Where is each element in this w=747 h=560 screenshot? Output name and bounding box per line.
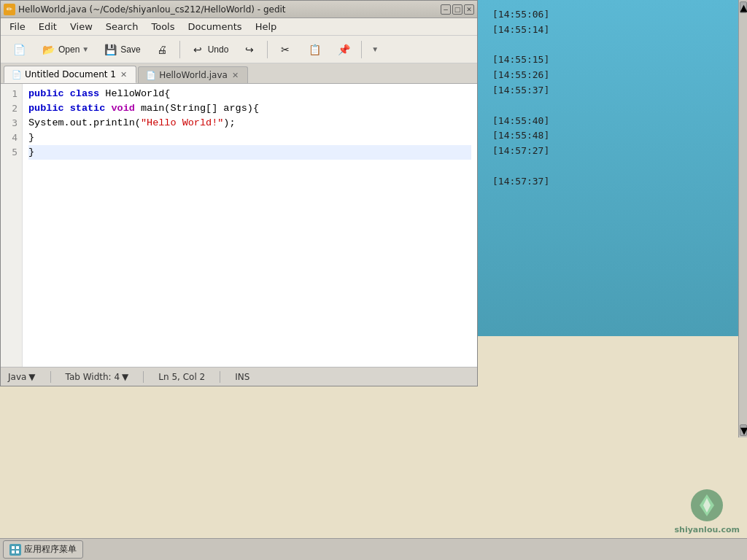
title-bar-left: ✏ HelloWorld.java (~/Code/shiyanlou_cs21… — [4, 4, 286, 15]
line-num-1: 1 — [1, 87, 22, 101]
language-arrow: ▼ — [28, 372, 35, 382]
line-num-3: 3 — [1, 116, 22, 131]
timestamp-5: [14:55:37] — [492, 83, 638, 98]
tab-helloworld-close[interactable]: ✕ — [231, 71, 240, 80]
paste-button[interactable]: 📌 — [330, 39, 357, 61]
print-icon: 🖨 — [154, 42, 170, 58]
code-line-2: public static void main(String[] args){ — [28, 101, 471, 116]
editor-area[interactable]: 1 2 3 4 5 public class HelloWorld{ publi… — [1, 84, 477, 367]
code-line-3: System.out.println("Hello World!"); — [28, 116, 471, 131]
minimize-button[interactable]: − — [441, 4, 451, 15]
code-line-5: } — [28, 145, 471, 160]
open-icon: 📂 — [40, 42, 56, 58]
new-button[interactable]: 📄 — [5, 39, 33, 61]
svg-rect-3 — [16, 551, 19, 553]
watermark: shiyanlou.com — [675, 487, 740, 534]
position-label: Ln 5, Col 2 — [158, 372, 205, 382]
status-position: Ln 5, Col 2 — [158, 372, 205, 382]
code-editor[interactable]: public class HelloWorld{ public static v… — [23, 84, 477, 367]
undo-button[interactable]: ↩ Undo — [184, 39, 235, 61]
copy-button[interactable]: 📋 — [301, 39, 328, 61]
taskbar-menu-button[interactable]: 应用程序菜单 — [3, 540, 83, 559]
timestamp-4: [14:55:26] — [492, 68, 638, 83]
status-language[interactable]: Java ▼ — [8, 372, 36, 382]
taskbar: 应用程序菜单 — [0, 538, 747, 560]
desktop-icon-svg — [11, 545, 20, 554]
string-literal: "Hello World!" — [141, 116, 223, 131]
timestamp-6: [14:55:40] — [492, 114, 638, 129]
tab-untitled[interactable]: 📄 Untitled Document 1 ✕ — [4, 66, 136, 83]
menu-search[interactable]: Search — [100, 20, 144, 34]
timestamp-3: [14:55:15] — [492, 52, 638, 68]
tab-helloworld[interactable]: 📄 HelloWorld.java ✕ — [138, 66, 248, 83]
tab-untitled-close[interactable]: ✕ — [119, 70, 128, 79]
taskbar-icon — [9, 544, 21, 556]
undo-icon: ↩ — [190, 42, 206, 58]
status-sep-2 — [143, 371, 144, 383]
app-icon: ✏ — [4, 4, 15, 15]
timestamp-spacer-3 — [492, 159, 638, 174]
svg-rect-2 — [12, 551, 15, 553]
kw-void: void — [111, 101, 141, 117]
copy-icon: 📋 — [306, 42, 322, 58]
line-num-2: 2 — [1, 101, 22, 116]
svg-rect-1 — [16, 546, 19, 549]
cut-button[interactable]: ✂ — [271, 39, 299, 61]
status-tab-width[interactable]: Tab Width: 4 ▼ — [66, 372, 129, 382]
code-line-1: public class HelloWorld{ — [28, 87, 471, 101]
maximize-button[interactable]: □ — [452, 4, 462, 15]
code-sysout: System.out.println( — [28, 116, 141, 131]
code-line-4: } — [28, 131, 471, 145]
gedit-window: ✏ HelloWorld.java (~/Code/shiyanlou_cs21… — [0, 0, 478, 386]
save-button[interactable]: 💾 Save — [96, 39, 146, 61]
kw-public-2: public — [28, 101, 70, 117]
tab-width-label: Tab Width: 4 — [66, 372, 120, 382]
status-sep-3 — [220, 371, 220, 383]
method-sig: main(String[] args){ — [141, 101, 259, 117]
line-numbers: 1 2 3 4 5 — [1, 84, 23, 367]
print-button[interactable]: 🖨 — [148, 39, 176, 61]
menu-bar: File Edit View Search Tools Documents He… — [1, 18, 477, 36]
line-num-5: 5 — [1, 145, 22, 160]
open-button[interactable]: 📂 Open ▼ — [34, 39, 95, 61]
title-bar: ✏ HelloWorld.java (~/Code/shiyanlou_cs21… — [1, 1, 477, 18]
scrollbar-up-arrow[interactable]: ▲ — [740, 1, 747, 13]
timestamp-8: [14:57:27] — [492, 144, 638, 159]
line-num-4: 4 — [1, 131, 22, 145]
timestamp-9: [14:57:37] — [492, 174, 638, 190]
mode-label: INS — [235, 372, 249, 382]
toolbar-separator-2 — [267, 41, 268, 58]
tab-untitled-icon: 📄 — [12, 70, 22, 79]
menu-help[interactable]: Help — [249, 20, 283, 34]
timestamp-spacer-2 — [492, 98, 638, 114]
vertical-scrollbar[interactable]: ▲ ▼ — [738, 0, 747, 438]
svg-rect-0 — [12, 546, 15, 549]
timestamp-1: [14:55:06] — [492, 7, 638, 23]
timestamp-7: [14:55:48] — [492, 128, 638, 144]
menu-tools[interactable]: Tools — [145, 20, 180, 34]
redo-button[interactable]: ↪ — [236, 39, 263, 61]
open-label: Open — [58, 44, 80, 55]
tab-untitled-label: Untitled Document 1 — [25, 69, 116, 79]
code-semi: ); — [223, 116, 235, 131]
scrollbar-down-arrow[interactable]: ▼ — [740, 424, 747, 436]
more-button[interactable]: ▼ — [365, 42, 384, 56]
timestamp-panel: [14:55:06] [14:55:14] [14:55:15] [14:55:… — [481, 0, 649, 438]
save-label: Save — [120, 44, 140, 55]
tab-bar: 📄 Untitled Document 1 ✕ 📄 HelloWorld.jav… — [1, 63, 477, 84]
close-brace-1: } — [28, 131, 34, 146]
timestamp-2: [14:55:14] — [492, 23, 638, 38]
close-button[interactable]: ✕ — [464, 4, 474, 15]
more-arrow: ▼ — [371, 45, 379, 53]
timestamp-spacer-1 — [492, 38, 638, 53]
undo-label: Undo — [208, 44, 229, 55]
cut-icon: ✂ — [277, 42, 293, 58]
watermark-text: shiyanlou.com — [675, 525, 740, 534]
menu-documents[interactable]: Documents — [182, 20, 248, 34]
window-title: HelloWorld.java (~/Code/shiyanlou_cs212/… — [18, 4, 286, 15]
tab-width-arrow: ▼ — [122, 372, 128, 382]
menu-file[interactable]: File — [4, 20, 31, 34]
status-sep-1 — [50, 371, 51, 383]
menu-view[interactable]: View — [64, 20, 98, 34]
menu-edit[interactable]: Edit — [33, 20, 63, 34]
